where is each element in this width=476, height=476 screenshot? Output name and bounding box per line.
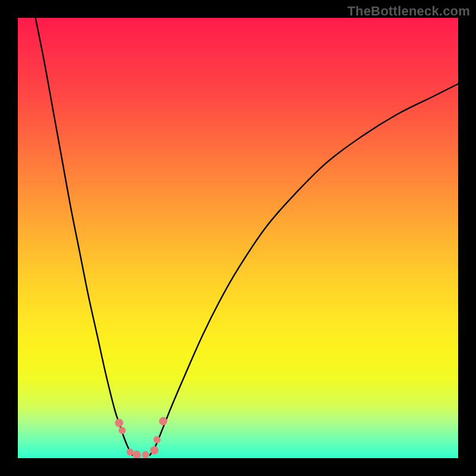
data-point-layer: [115, 417, 167, 458]
data-point: [150, 446, 158, 455]
chart-frame: TheBottleneck.com: [0, 0, 476, 476]
curve-right-branch: [150, 84, 458, 455]
curve-layer: [18, 18, 458, 458]
data-point: [159, 417, 167, 425]
watermark-text: TheBottleneck.com: [347, 4, 470, 19]
data-point: [118, 427, 126, 434]
data-point: [142, 451, 149, 458]
data-point: [115, 419, 123, 427]
data-point: [154, 436, 161, 443]
plot-area: [18, 18, 458, 458]
curve-left-branch: [36, 18, 133, 455]
data-point: [133, 450, 141, 458]
